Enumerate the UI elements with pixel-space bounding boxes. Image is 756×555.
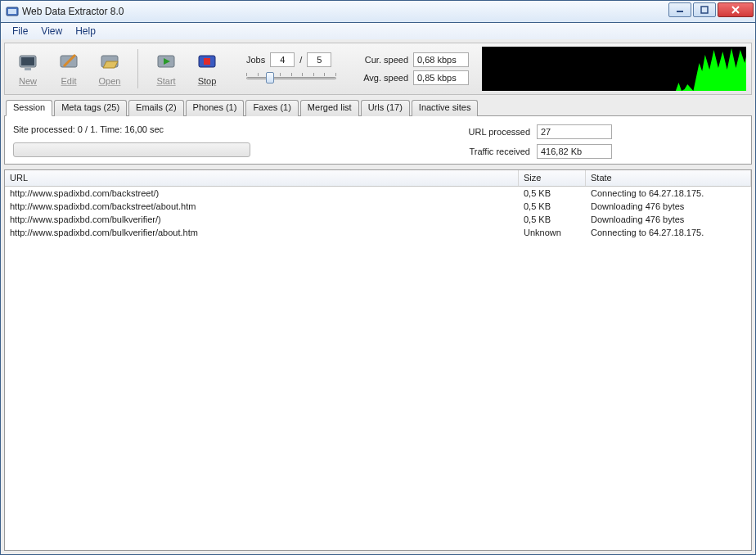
toolbar-label: Start <box>156 76 175 86</box>
col-header-url[interactable]: URL <box>5 170 519 186</box>
toolbar-divider <box>137 49 138 88</box>
cur-speed-value: 0,68 kbps <box>413 52 469 67</box>
toolbar-label: Open <box>99 76 121 86</box>
cell-size: 0,5 KB <box>519 214 586 224</box>
svg-rect-15 <box>204 58 210 65</box>
table-row[interactable]: http://www.spadixbd.com/bulkverifier/)0,… <box>5 213 751 226</box>
jobs-current: 4 <box>270 52 295 67</box>
url-processed-label: URL processed <box>457 127 530 137</box>
window-title: Web Data Extractor 8.0 <box>22 6 124 17</box>
table-body: http://www.spadixbd.com/backstreet/)0,5 … <box>5 187 751 239</box>
stop-button[interactable]: Stop <box>189 47 225 91</box>
toolbar: New Edit Open Start Stop Jobs 4 / 5 <box>4 43 752 95</box>
traffic-received-label: Traffic received <box>457 147 530 156</box>
svg-rect-7 <box>21 57 34 65</box>
url-table: URL Size State http://www.spadixbd.com/b… <box>4 169 752 551</box>
app-icon <box>6 5 19 18</box>
cell-state: Downloading 476 bytes <box>586 214 751 224</box>
cell-state: Downloading 476 bytes <box>586 201 751 211</box>
play-icon <box>155 52 178 74</box>
menu-help[interactable]: Help <box>69 24 102 38</box>
table-header: URL Size State <box>5 170 751 187</box>
slider-thumb[interactable] <box>266 72 274 83</box>
svg-marker-16 <box>676 48 746 91</box>
svg-rect-3 <box>701 7 708 13</box>
tab-phones[interactable]: Phones (1) <box>186 100 245 116</box>
open-button[interactable]: Open <box>92 47 128 91</box>
avg-speed-value: 0,85 kbps <box>413 70 469 85</box>
speed-block: Cur. speed 0,68 kbps Avg. speed 0,85 kbp… <box>358 52 469 85</box>
svg-rect-8 <box>25 68 31 70</box>
edit-button[interactable]: Edit <box>51 47 87 91</box>
cell-state: Connecting to 64.27.18.175. <box>586 188 751 198</box>
folder-icon <box>98 52 121 74</box>
monitor-icon <box>16 52 39 74</box>
minimize-button[interactable] <box>668 2 691 17</box>
tab-inactive-sites[interactable]: Inactive sites <box>412 100 479 116</box>
col-header-size[interactable]: Size <box>519 170 586 186</box>
tab-faxes[interactable]: Faxes (1) <box>245 100 298 116</box>
jobs-total: 5 <box>307 52 331 67</box>
url-processed-value: 27 <box>537 124 612 139</box>
table-row[interactable]: http://www.spadixbd.com/backstreet/about… <box>5 200 751 213</box>
jobs-sep: / <box>299 55 302 65</box>
close-button[interactable] <box>718 2 754 17</box>
pencil-icon <box>57 52 80 74</box>
cur-speed-label: Cur. speed <box>358 55 408 65</box>
tab-session[interactable]: Session <box>6 100 52 116</box>
stop-icon <box>196 52 218 74</box>
cell-state: Connecting to 64.27.18.175. <box>586 228 751 237</box>
cell-url: http://www.spadixbd.com/bulkverifier/abo… <box>5 228 519 237</box>
progress-bar <box>13 142 250 157</box>
cell-size: 0,5 KB <box>519 201 586 211</box>
svg-rect-1 <box>8 9 16 14</box>
site-processed-text: Site processed: 0 / 1. Time: 16,00 sec <box>13 124 250 134</box>
table-row[interactable]: http://www.spadixbd.com/bulkverifier/abo… <box>5 226 751 239</box>
toolbar-label: Edit <box>61 76 77 86</box>
cell-size: 0,5 KB <box>519 188 586 198</box>
title-bar: Web Data Extractor 8.0 <box>0 0 756 23</box>
jobs-slider[interactable] <box>246 70 336 85</box>
session-panel: Site processed: 0 / 1. Time: 16,00 sec U… <box>4 116 752 165</box>
table-row[interactable]: http://www.spadixbd.com/backstreet/)0,5 … <box>5 187 751 200</box>
tab-strip: Session Meta tags (25) Emails (2) Phones… <box>4 98 752 116</box>
new-button[interactable]: New <box>10 47 46 91</box>
tab-urls[interactable]: Urls (17) <box>361 100 410 116</box>
toolbar-label: Stop <box>198 76 217 86</box>
menu-bar: File View Help <box>0 23 756 39</box>
avg-speed-label: Avg. speed <box>358 73 408 83</box>
window-buttons <box>668 1 755 22</box>
maximize-button[interactable] <box>693 2 716 17</box>
toolbar-label: New <box>19 76 37 86</box>
cell-url: http://www.spadixbd.com/backstreet/about… <box>5 201 519 211</box>
start-button[interactable]: Start <box>148 47 184 91</box>
menu-view[interactable]: View <box>34 24 69 38</box>
activity-graph <box>482 47 746 91</box>
window-body: New Edit Open Start Stop Jobs 4 / 5 <box>0 39 756 555</box>
cell-url: http://www.spadixbd.com/backstreet/) <box>5 188 519 198</box>
jobs-block: Jobs 4 / 5 <box>246 52 336 85</box>
jobs-label: Jobs <box>246 55 265 65</box>
cell-size: Unknown <box>519 228 586 237</box>
cell-url: http://www.spadixbd.com/bulkverifier/) <box>5 214 519 224</box>
col-header-state[interactable]: State <box>586 170 751 186</box>
menu-file[interactable]: File <box>6 24 34 38</box>
tab-merged-list[interactable]: Merged list <box>300 100 359 116</box>
traffic-received-value: 416,82 Kb <box>537 144 612 159</box>
tab-meta-tags[interactable]: Meta tags (25) <box>54 100 127 116</box>
tab-emails[interactable]: Emails (2) <box>128 100 184 116</box>
